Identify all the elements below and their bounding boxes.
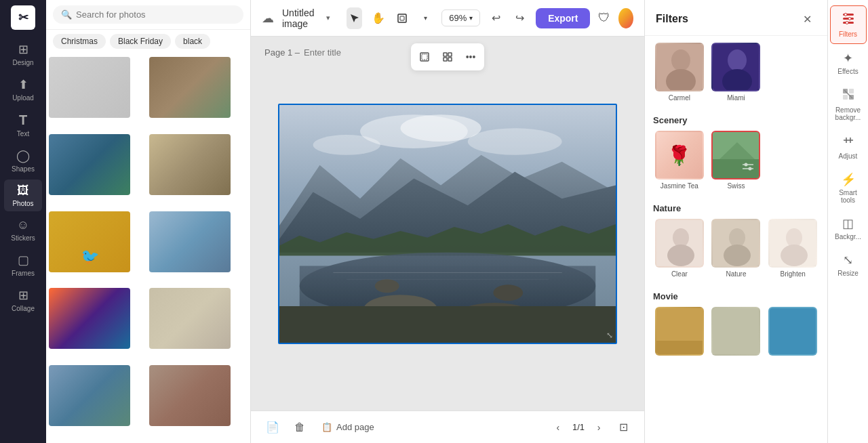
filter-section-scenery: Scenery 🌹 Jasmine Tea: [645, 108, 827, 196]
svg-point-12: [313, 135, 380, 155]
filter-item-nature[interactable]: Nature: [710, 219, 763, 278]
right-tool-resize[interactable]: ⤡ Resize: [830, 247, 867, 282]
sidebar-item-frames[interactable]: ▢ Frames: [4, 249, 42, 281]
right-tool-effects[interactable]: ✦ Effects: [830, 45, 867, 81]
search-input[interactable]: [76, 9, 235, 20]
frame-tool-button[interactable]: [394, 7, 410, 29]
filter-item-clear[interactable]: Clear: [653, 219, 706, 278]
crop-icon: [419, 51, 430, 62]
resize-handle[interactable]: ⤡: [606, 331, 613, 340]
filter-grid-nature: Clear Nature: [653, 219, 819, 278]
add-page-label: Add page: [336, 422, 374, 432]
svg-rect-6: [443, 58, 447, 61]
background-label: Backgr...: [835, 233, 861, 240]
tag-chip-blackfriday[interactable]: Black Friday: [110, 34, 171, 49]
select-tool-button[interactable]: [347, 7, 362, 29]
filter-item-miami[interactable]: Miami: [710, 43, 763, 102]
crop-button[interactable]: [414, 46, 435, 68]
list-item[interactable]: [49, 57, 130, 118]
grid-button[interactable]: [437, 46, 458, 68]
chevron-down-icon: ▾: [424, 14, 427, 22]
tag-chip-christmas[interactable]: Christmas: [53, 34, 106, 49]
sidebar-item-shapes[interactable]: ◯ Shapes: [4, 144, 42, 177]
filter-item-movie3[interactable]: [766, 307, 819, 358]
smart-tools-icon: ⚡: [841, 172, 856, 187]
filter-thumb-nature: [711, 219, 760, 268]
filters-header: Filters ✕: [645, 0, 827, 36]
list-item[interactable]: [149, 365, 231, 426]
svg-point-40: [673, 228, 689, 247]
list-item[interactable]: [49, 134, 130, 195]
app-logo[interactable]: ✂: [11, 5, 35, 30]
page-title-input[interactable]: [304, 47, 372, 58]
miami-preview: [713, 44, 760, 91]
list-item[interactable]: [149, 288, 231, 349]
sidebar-item-stickers[interactable]: ☺ Stickers: [4, 214, 42, 246]
sidebar-item-text[interactable]: T Text: [4, 108, 42, 142]
filter-item-jasminetea[interactable]: 🌹 Jasmine Tea: [653, 131, 706, 190]
right-tool-remove-bg[interactable]: Remove backgr...: [830, 82, 867, 127]
adjust-label: Adjust: [839, 152, 858, 160]
undo-button[interactable]: ↩: [488, 7, 504, 29]
frame-chevron-button[interactable]: ▾: [418, 7, 433, 29]
list-item[interactable]: [149, 134, 231, 195]
page-icon-button[interactable]: 📄: [262, 417, 283, 438]
redo-button[interactable]: ↪: [512, 7, 528, 29]
svg-rect-1: [400, 16, 404, 20]
sidebar-item-photos[interactable]: 🖼 Photos: [4, 180, 42, 211]
filter-item-brighten[interactable]: Brighten: [766, 219, 819, 278]
filter-thumb-carmel: [655, 43, 704, 91]
right-tool-background[interactable]: ◫ Backgr...: [830, 211, 867, 246]
svg-point-30: [728, 49, 747, 71]
right-tool-smart[interactable]: ⚡ Smart tools: [830, 167, 867, 209]
hand-tool-button[interactable]: ✋: [370, 7, 386, 29]
smart-tools-label: Smart tools: [833, 189, 864, 204]
right-tool-filters[interactable]: Filters: [830, 5, 867, 44]
filter-item-swiss[interactable]: Swiss: [710, 131, 763, 190]
filter-name-clear: Clear: [671, 270, 688, 278]
avatar[interactable]: [618, 8, 633, 28]
list-item[interactable]: 🐦: [49, 211, 130, 272]
list-item[interactable]: [49, 288, 130, 349]
svg-rect-4: [443, 53, 447, 56]
prev-page-button[interactable]: ‹: [549, 419, 567, 436]
redo-icon: ↪: [515, 12, 524, 24]
close-filters-button[interactable]: ✕: [797, 9, 816, 28]
swiss-preview: [713, 132, 760, 180]
doc-title[interactable]: Untitled image ▾: [282, 7, 330, 29]
delete-button[interactable]: 🗑: [289, 417, 311, 438]
list-item[interactable]: [149, 211, 231, 272]
tag-chip-black[interactable]: black: [175, 34, 210, 49]
list-item[interactable]: [49, 365, 130, 426]
list-item[interactable]: [149, 57, 231, 118]
sidebar-item-design[interactable]: ⊞ Design: [4, 38, 42, 70]
svg-point-43: [729, 228, 745, 247]
filter-section-nature: Nature Clear: [645, 196, 827, 284]
svg-point-22: [493, 284, 523, 301]
export-button[interactable]: Export: [536, 8, 590, 28]
right-icon-panel: Filters ✦ Effects Remove backgr...: [827, 0, 868, 443]
tag-row: Christmas Black Friday black: [46, 30, 250, 54]
remove-bg-label: Remove backgr...: [833, 106, 864, 121]
zoom-control[interactable]: 69% ▾: [441, 9, 480, 26]
filter-item-movie1[interactable]: [653, 307, 706, 358]
add-page-button[interactable]: 📋 Add page: [316, 419, 380, 435]
sidebar-item-upload[interactable]: ⬆ Upload: [4, 73, 42, 106]
next-page-button[interactable]: ›: [590, 419, 608, 436]
right-tool-adjust[interactable]: Adjust: [830, 128, 867, 165]
filter-name-miami: Miami: [727, 94, 745, 102]
close-icon: ✕: [803, 13, 812, 26]
filters-tool-label: Filters: [839, 30, 857, 38]
search-box[interactable]: 🔍: [53, 5, 243, 24]
sidebar-item-label: Text: [17, 130, 29, 138]
more-button[interactable]: •••: [460, 46, 481, 68]
svg-point-11: [468, 128, 562, 155]
filter-item-carmel[interactable]: Carmel: [653, 43, 706, 102]
svg-rect-51: [770, 308, 817, 356]
canvas-frame[interactable]: ⤡: [278, 104, 617, 344]
movie3-preview: [770, 308, 817, 356]
cursor-icon: [349, 13, 360, 24]
filter-item-movie2[interactable]: [710, 307, 763, 358]
sidebar-item-collage[interactable]: ⊞ Collage: [4, 284, 42, 316]
expand-button[interactable]: ⊡: [613, 417, 633, 438]
